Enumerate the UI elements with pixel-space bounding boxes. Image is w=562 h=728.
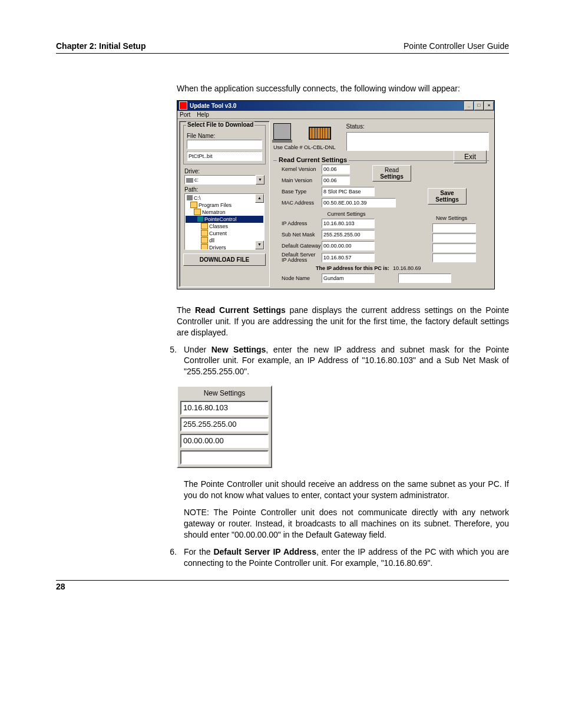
tree-item[interactable]: dll — [186, 237, 263, 244]
pc-icon — [273, 123, 291, 140]
new-gateway-input[interactable] — [432, 243, 476, 252]
maximize-button[interactable]: □ — [474, 101, 484, 110]
controller-icon — [309, 127, 331, 140]
cable-label: Use Cable # OL-CBL-DNL — [273, 144, 336, 150]
file-pattern-input[interactable]: PtCtPt..bit — [187, 151, 262, 161]
current-settings-header: Current Settings — [322, 211, 371, 217]
note-paragraph: NOTE: The Pointe Controller unit does no… — [184, 507, 509, 541]
new-ip-input[interactable] — [432, 223, 476, 232]
drive-dropdown-button[interactable]: ▼ — [256, 175, 265, 185]
app-icon — [179, 101, 187, 110]
status-label: Status: — [346, 123, 489, 130]
download-group-label: Select File to Download — [186, 121, 254, 128]
close-button[interactable]: × — [484, 101, 494, 110]
page-number: 28 — [56, 580, 509, 591]
folder-icon — [201, 244, 208, 250]
new-node-name-input[interactable] — [398, 274, 451, 283]
window-title: Update Tool v3.0 — [190, 103, 236, 109]
left-panel: Select File to Download File Name: PtCtP… — [179, 121, 270, 287]
subnet-field: 255.255.255.00 — [322, 230, 375, 239]
subnet-paragraph: The Pointe Controller unit should receiv… — [184, 479, 509, 501]
drive-icon — [186, 178, 193, 183]
scroll-down-button[interactable]: ▼ — [255, 241, 264, 249]
new-subnet-input[interactable] — [432, 233, 476, 242]
kernel-version-field: 00.06 — [322, 164, 350, 174]
crop-gateway-input[interactable]: 00.00.00.00 — [180, 434, 269, 448]
step-5: 5. Under New Settings, enter the new IP … — [156, 344, 509, 378]
path-tree[interactable]: ▲ C:\Program FilesNematronPointeControlC… — [184, 193, 265, 250]
base-type-field: 8 Slot PtC Base — [322, 187, 375, 196]
folder-icon — [201, 237, 208, 243]
main-version-label: Main Version — [282, 177, 322, 183]
node-name-label: Node Name — [282, 275, 322, 281]
app-window: Update Tool v3.0 _ □ × Port Help Select … — [177, 100, 495, 289]
default-server-label: Default Server IP Address — [282, 252, 322, 263]
new-settings-header: New Settings — [436, 215, 467, 221]
menu-bar: Port Help — [177, 111, 494, 119]
tree-item[interactable]: Nematron — [186, 209, 263, 216]
main-version-field: 00.06 — [322, 176, 350, 185]
gateway-field: 00.00.00.00 — [322, 241, 375, 251]
tree-item[interactable]: C:\ — [186, 195, 263, 202]
default-server-field: 10.16.80.57 — [322, 253, 375, 262]
mac-address-field: 00.50.8E.00.10.39 — [322, 198, 396, 207]
file-name-label: File Name: — [187, 133, 262, 139]
folder-icon — [201, 223, 208, 229]
gateway-label: Default Gateway — [282, 243, 322, 249]
base-type-label: Base Type — [282, 189, 322, 195]
menu-port[interactable]: Port — [180, 111, 190, 118]
tree-item[interactable]: Program Files — [186, 202, 263, 209]
title-bar: Update Tool v3.0 _ □ × — [177, 101, 494, 111]
crop-server-input[interactable] — [180, 450, 269, 465]
drive-combo[interactable]: c: — [184, 175, 256, 185]
open-icon — [197, 216, 203, 222]
new-server-ip-input[interactable] — [432, 253, 476, 262]
minimize-button[interactable]: _ — [464, 101, 474, 110]
ip-address-field: 10.16.80.103 — [322, 219, 375, 228]
guide-title: Pointe Controller User Guide — [404, 41, 509, 51]
drive-label: Drive: — [184, 168, 265, 174]
tree-item[interactable]: PointeControl — [186, 216, 263, 223]
read-current-settings-group: Read Current Settings ReadSettings SaveS… — [273, 160, 489, 283]
tree-item[interactable]: Classes — [186, 223, 263, 230]
crop-subnet-input[interactable]: 255.255.255.00 — [180, 417, 269, 431]
intro-paragraph: When the application successfully connec… — [177, 83, 509, 94]
download-file-button[interactable]: DOWNLOAD FILE — [183, 253, 266, 266]
read-settings-button[interactable]: ReadSettings — [372, 165, 411, 182]
rcs-group-label: Read Current Settings — [277, 156, 349, 163]
pc-ip-line: The IP address for this PC is:10.16.80.6… — [316, 265, 489, 271]
folder-icon — [190, 202, 197, 208]
rcs-explanation: The Read Current Settings pane displays … — [177, 305, 509, 338]
mac-address-label: MAC Address — [282, 200, 322, 206]
file-name-input[interactable] — [187, 140, 262, 149]
scroll-up-button[interactable]: ▲ — [255, 194, 264, 203]
subnet-label: Sub Net Mask — [282, 232, 322, 238]
right-panel: Use Cable # OL-CBL-DNL Status: Exit Read… — [270, 121, 492, 287]
status-display — [346, 132, 489, 151]
tree-item[interactable]: Drivers — [186, 244, 263, 250]
folder-icon — [201, 230, 208, 236]
node-name-field: Gundam — [322, 274, 375, 283]
kernel-version-label: Kernel Version — [282, 166, 322, 172]
tree-item[interactable]: Current — [186, 230, 263, 237]
step-6: 6. For the Default Server IP Address, en… — [156, 546, 509, 569]
menu-help[interactable]: Help — [197, 111, 209, 118]
crop-header: New Settings — [178, 387, 271, 401]
new-settings-crop: New Settings 10.16.80.103 255.255.255.00… — [177, 386, 272, 468]
save-settings-button[interactable]: SaveSettings — [428, 188, 467, 205]
folder-icon — [194, 209, 201, 215]
crop-ip-input[interactable]: 10.16.80.103 — [180, 401, 269, 415]
path-label: Path: — [184, 186, 265, 193]
drive-icon — [187, 195, 193, 200]
chapter-heading: Chapter 2: Initial Setup — [56, 41, 146, 51]
ip-address-label: IP Address — [282, 220, 322, 226]
